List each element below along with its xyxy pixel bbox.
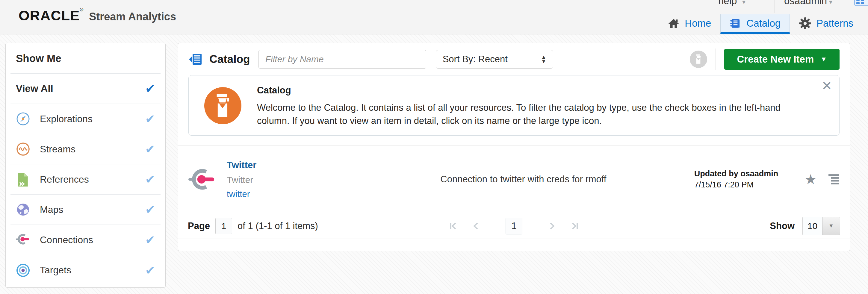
- page-label: Page: [188, 221, 210, 231]
- connection-type-icon[interactable]: [188, 168, 217, 191]
- sidebar-item-streams[interactable]: Streams ✔: [10, 134, 160, 164]
- topmenu-divider: [775, 0, 775, 13]
- tab-home[interactable]: Home: [659, 14, 720, 34]
- check-icon: ✔: [145, 233, 155, 247]
- pagination-divider: [328, 217, 328, 235]
- row-menu-icon[interactable]: [828, 174, 840, 185]
- top-bar: ORACLE® Stream Analytics help ▾ osaadmin…: [0, 0, 868, 34]
- filter-by-name-input[interactable]: [258, 50, 426, 69]
- dropdown-caret-icon: ▼: [820, 55, 827, 63]
- tab-catalog[interactable]: Catalog: [720, 14, 790, 34]
- catalog-info-circle-button[interactable]: [690, 51, 707, 68]
- collapse-catalog-icon[interactable]: [188, 53, 203, 66]
- item-description: Connection to twitter with creds for rmo…: [352, 174, 694, 185]
- favorite-star-icon[interactable]: ★: [805, 172, 817, 186]
- brand-text: ORACLE®: [19, 7, 84, 24]
- check-icon: ✔: [145, 263, 155, 277]
- user-caret-icon: ▾: [829, 0, 832, 6]
- sidebar-item-connections[interactable]: Connections ✔: [10, 225, 160, 255]
- current-page-button[interactable]: 1: [505, 218, 522, 234]
- gear-icon: [799, 18, 811, 29]
- welcome-message: Welcome to the Catalog. It contains a li…: [257, 101, 800, 128]
- dropdown-caret-icon: ▼: [829, 223, 834, 229]
- oracle-logo: ORACLE® Stream Analytics: [19, 7, 176, 24]
- wave-circle-icon: [16, 142, 30, 156]
- user-menu[interactable]: osaadmin: [784, 0, 827, 7]
- create-new-item-button[interactable]: Create New Item ▼: [724, 49, 840, 70]
- row-actions: ★: [805, 172, 840, 186]
- app-launcher-grid-icon[interactable]: [854, 0, 868, 6]
- table-row: Twitter Twitter twitter Connection to tw…: [178, 146, 850, 213]
- item-tag-link[interactable]: twitter: [227, 189, 352, 199]
- check-icon: ✔: [145, 203, 155, 217]
- card-footer: [178, 239, 850, 251]
- item-updated-info: Updated by osaadmin 7/15/16 7:20 PM: [694, 168, 796, 190]
- pager-controls: 1: [449, 218, 579, 234]
- nav-tabs: Home Catalog: [659, 14, 863, 34]
- compass-icon: [16, 112, 30, 126]
- catalog-toolbar: Catalog Sort By: Recent ▲▼ Create New It…: [178, 43, 850, 75]
- page-size-control: Show 10 ▼: [770, 217, 840, 235]
- select-arrows-icon: ▲▼: [541, 55, 546, 64]
- sidebar-item-explorations[interactable]: Explorations ✔: [10, 104, 160, 134]
- previous-page-icon[interactable]: [471, 222, 480, 231]
- document-icon: [16, 172, 30, 187]
- check-icon: ✔: [145, 142, 155, 156]
- globe-icon: [16, 202, 30, 217]
- first-page-icon[interactable]: [449, 222, 458, 231]
- show-me-panel: Show Me View All ✔ Explorations ✔ Stream…: [5, 43, 166, 288]
- catalog-welcome-box: Catalog Welcome to the Catalog. It conta…: [188, 75, 840, 136]
- page-number-input[interactable]: [215, 218, 232, 234]
- next-page-icon[interactable]: [548, 222, 557, 231]
- page-size-dropdown-button[interactable]: ▼: [822, 217, 840, 235]
- tab-patterns[interactable]: Patterns: [790, 14, 863, 34]
- tab-label: Catalog: [746, 18, 780, 29]
- sort-by-select[interactable]: Sort By: Recent ▲▼: [436, 50, 553, 69]
- home-icon: [668, 18, 679, 29]
- check-icon: ✔: [145, 112, 155, 126]
- item-name-block: Twitter Twitter twitter: [227, 160, 352, 199]
- page-size-value: 10: [802, 217, 822, 235]
- catalog-panel: Catalog Sort By: Recent ▲▼ Create New It…: [178, 43, 850, 251]
- item-name-link[interactable]: Twitter: [227, 160, 352, 171]
- check-icon: ✔: [145, 82, 155, 96]
- registered-mark: ®: [80, 7, 84, 12]
- plug-icon: [16, 233, 30, 247]
- catalog-type-icon: [204, 87, 241, 124]
- sidebar-item-targets[interactable]: Targets ✔: [10, 255, 160, 285]
- updated-by: Updated by osaadmin: [694, 168, 796, 179]
- catalog-book-icon: [730, 18, 741, 29]
- topmenu-divider: [846, 0, 846, 13]
- check-icon: ✔: [145, 172, 155, 186]
- pagination-bar: Page of 1 (1-1 of 1 items) 1 Show 10 ▼: [178, 213, 850, 239]
- page-title: Catalog: [209, 53, 250, 66]
- show-me-title: Show Me: [10, 43, 160, 74]
- target-icon: [16, 263, 30, 277]
- help-caret-icon: ▾: [742, 0, 745, 6]
- updated-at: 7/15/16 7:20 PM: [694, 179, 796, 190]
- close-icon[interactable]: ✕: [822, 78, 832, 93]
- help-menu[interactable]: help: [718, 0, 737, 7]
- sidebar-item-view-all[interactable]: View All ✔: [10, 74, 160, 104]
- sidebar-item-maps[interactable]: Maps ✔: [10, 195, 160, 225]
- product-title: Stream Analytics: [89, 10, 176, 23]
- last-page-icon[interactable]: [570, 222, 579, 231]
- welcome-title: Catalog: [257, 85, 291, 96]
- item-type-label: Twitter: [227, 175, 352, 185]
- tab-label: Home: [685, 18, 711, 29]
- tab-label: Patterns: [816, 18, 853, 29]
- show-label: Show: [770, 221, 795, 231]
- page-range-text: of 1 (1-1 of 1 items): [238, 221, 318, 231]
- sidebar-item-references[interactable]: References ✔: [10, 164, 160, 195]
